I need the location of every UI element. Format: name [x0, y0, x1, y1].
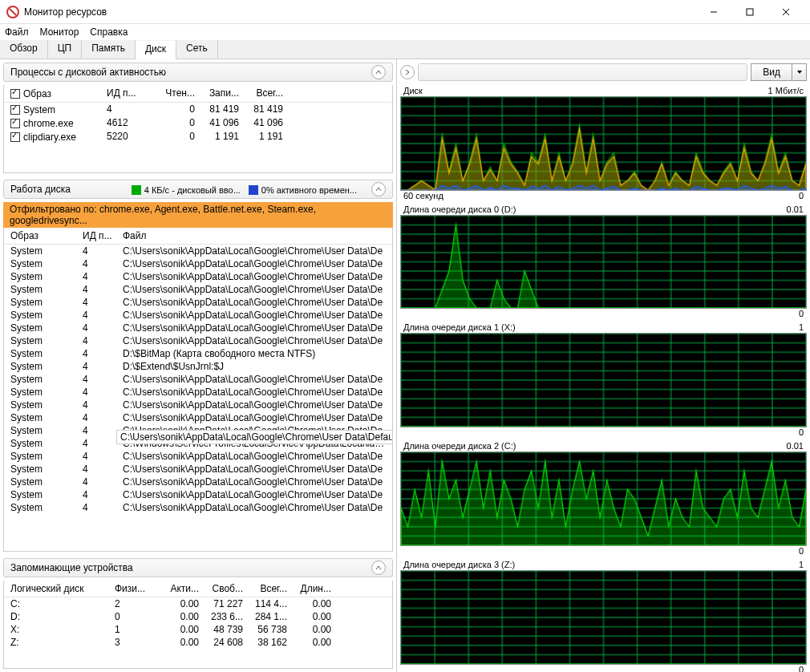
- disk-activity-title: Работа диска: [10, 184, 71, 195]
- chart-ymin: 0: [799, 665, 804, 672]
- chart-ymin: 0: [799, 427, 804, 437]
- table-row[interactable]: chrome.exe4612041 09641 096: [4, 116, 392, 130]
- chevron-up-icon[interactable]: [371, 65, 386, 79]
- chart-ymax: 0.01: [787, 441, 804, 451]
- col-file[interactable]: Файл: [123, 230, 386, 241]
- disk-activity-panel-header[interactable]: Работа диска 4 КБ/с - дисковый вво... 0%…: [3, 180, 393, 199]
- disk-activity-table: Образ ИД п... Файл System4C:\Users\sonik…: [3, 228, 393, 552]
- chart-block: Длина очереди диска 3 (Z:)10: [400, 559, 807, 672]
- table-row[interactable]: System4C:\Users\sonik\AppData\Local\Goog…: [4, 476, 392, 488]
- storage-title: Запоминающие устройства: [10, 562, 133, 573]
- table-row[interactable]: System4C:\Users\sonik\AppData\Local\Goog…: [4, 309, 392, 322]
- filter-bar[interactable]: Отфильтровано по: chrome.exe, Agent.exe,…: [3, 202, 393, 228]
- col-queue[interactable]: Длин...: [287, 583, 331, 594]
- chart-canvas: [400, 570, 807, 665]
- table-row[interactable]: System4C:\Users\sonik\AppData\Local\Goog…: [4, 399, 392, 411]
- col-write[interactable]: Запи...: [195, 87, 239, 99]
- checkbox-icon[interactable]: [10, 105, 20, 115]
- table-row[interactable]: System4C:\Users\sonik\AppData\Local\Goog…: [4, 270, 392, 283]
- right-pane: Вид Диск1 Мбит/с60 секунд0Длина очереди …: [397, 59, 810, 672]
- tab-disk[interactable]: Диск: [136, 41, 176, 59]
- table-row[interactable]: System4C:\Users\sonik\AppData\Local\Goog…: [4, 463, 392, 476]
- menu-file[interactable]: Файл: [5, 26, 29, 38]
- table-row[interactable]: System4C:\Users\sonik\AppData\Local\Goog…: [4, 373, 392, 386]
- menu-help[interactable]: Справка: [90, 26, 128, 38]
- checkbox-icon[interactable]: [10, 89, 20, 99]
- table-row[interactable]: System4C:\Users\sonik\AppData\Local\Goog…: [4, 245, 392, 257]
- chart-title: Длина очереди диска 0 (D:): [403, 204, 787, 214]
- table-row[interactable]: System4D:\$Extend\$UsnJrnl:$J: [4, 360, 392, 373]
- close-button[interactable]: [767, 1, 804, 23]
- chevron-up-icon[interactable]: [371, 182, 386, 196]
- tabbar: Обзор ЦП Память Диск Сеть: [0, 40, 810, 59]
- menu-monitor[interactable]: Монитор: [40, 26, 79, 38]
- tooltip: C:\Users\sonik\AppData\Local\Google\Chro…: [116, 430, 393, 444]
- table-row[interactable]: X:10.0048 73956 7380.00: [4, 623, 392, 636]
- view-dropdown-icon[interactable]: [792, 63, 807, 81]
- chart-block: Длина очереди диска 2 (C:)0.010: [400, 440, 807, 556]
- col-read[interactable]: Чтен...: [151, 87, 195, 99]
- col-active[interactable]: Акти...: [155, 583, 199, 594]
- checkbox-icon[interactable]: [10, 132, 20, 142]
- col-pid[interactable]: ИД п...: [83, 230, 123, 241]
- col-image[interactable]: Образ: [10, 230, 83, 241]
- chart-canvas: [400, 333, 807, 427]
- table-row[interactable]: System4081 41981 419: [4, 103, 392, 116]
- tab-cpu[interactable]: ЦП: [48, 40, 83, 59]
- titlebar: Монитор ресурсов: [0, 0, 810, 24]
- table-row[interactable]: System4C:\Users\sonik\AppData\Local\Goog…: [4, 501, 392, 514]
- table-row[interactable]: clipdiary.exe522001 1911 191: [4, 130, 392, 144]
- chevron-right-icon[interactable]: [400, 65, 415, 79]
- table-row[interactable]: System4C:\Users\sonik\AppData\Local\Goog…: [4, 296, 392, 309]
- col-total[interactable]: Всег...: [239, 87, 283, 99]
- chart-block: Длина очереди диска 0 (D:)0.010: [400, 204, 807, 319]
- processes-panel-header[interactable]: Процессы с дисковой активностью: [3, 63, 393, 82]
- col-total[interactable]: Всег...: [243, 583, 287, 594]
- table-row[interactable]: C:20.0071 227114 4...0.00: [4, 597, 392, 610]
- tab-memory[interactable]: Память: [82, 40, 136, 59]
- chart-xlabel: [403, 427, 799, 437]
- maximize-button[interactable]: [731, 1, 767, 23]
- chart-xlabel: [403, 546, 799, 556]
- col-image[interactable]: Образ: [10, 87, 107, 99]
- table-row[interactable]: System4C:\Users\sonik\AppData\Local\Goog…: [4, 334, 392, 347]
- chart-xlabel: [403, 665, 799, 672]
- table-row[interactable]: System4C:\Users\sonik\AppData\Local\Goog…: [4, 283, 392, 296]
- svg-rect-3: [747, 9, 753, 15]
- svg-marker-6: [797, 71, 802, 74]
- table-row[interactable]: System4C:\Users\sonik\AppData\Local\Goog…: [4, 257, 392, 270]
- table-row[interactable]: System4C:\Users\sonik\AppData\Local\Goog…: [4, 488, 392, 501]
- processes-table: Образ ИД п... Чтен... Запи... Всег... Sy…: [3, 85, 393, 173]
- chart-block: Длина очереди диска 1 (X:)10: [400, 322, 807, 437]
- tab-overview[interactable]: Обзор: [0, 40, 48, 59]
- tab-network[interactable]: Сеть: [176, 40, 218, 59]
- storage-table: Логический диск Физи... Акти... Своб... …: [3, 581, 393, 669]
- chart-ymin: 0: [799, 191, 804, 200]
- chart-canvas: [400, 451, 807, 546]
- col-phys[interactable]: Физи...: [115, 583, 155, 594]
- col-free[interactable]: Своб...: [199, 583, 243, 594]
- svg-line-1: [10, 9, 16, 15]
- table-row[interactable]: System4C:\Users\sonik\AppData\Local\Goog…: [4, 322, 392, 334]
- menubar: Файл Монитор Справка: [0, 24, 810, 40]
- legend-blue-icon: [249, 185, 258, 195]
- checkbox-icon[interactable]: [10, 119, 20, 128]
- table-row[interactable]: System4C:\Users\sonik\AppData\Local\Goog…: [4, 411, 392, 424]
- minimize-button[interactable]: [695, 1, 731, 23]
- table-row[interactable]: D:00.00233 6...284 1...0.00: [4, 610, 392, 623]
- storage-panel-header[interactable]: Запоминающие устройства: [3, 558, 393, 577]
- chart-title: Диск: [403, 86, 768, 95]
- chart-ymax: 1: [799, 322, 804, 332]
- col-pid[interactable]: ИД п...: [107, 87, 151, 99]
- right-header-spacer: [418, 63, 747, 81]
- left-pane: Процессы с дисковой активностью Образ ИД…: [0, 59, 397, 672]
- view-button[interactable]: Вид: [751, 63, 792, 81]
- table-row[interactable]: System4C:\Users\sonik\AppData\Local\Goog…: [4, 450, 392, 463]
- table-row[interactable]: System4C:\Users\sonik\AppData\Local\Goog…: [4, 386, 392, 399]
- chart-title: Длина очереди диска 3 (Z:): [403, 560, 799, 569]
- chart-title: Длина очереди диска 2 (C:): [403, 441, 787, 451]
- table-row[interactable]: System4D:\$BitMap (Карта свободного мест…: [4, 347, 392, 360]
- table-row[interactable]: Z:30.0024 60838 1620.00: [4, 636, 392, 649]
- chevron-up-icon[interactable]: [371, 561, 386, 575]
- col-logical[interactable]: Логический диск: [10, 583, 115, 594]
